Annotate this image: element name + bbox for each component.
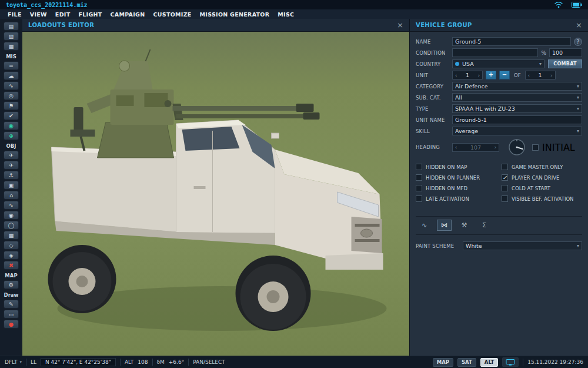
menu-misc[interactable]: MISC (273, 11, 298, 18)
checkbox-box[interactable]: ✓ (416, 164, 422, 170)
paint-scheme-value: White (466, 243, 577, 249)
category-dropdown[interactable]: Air Defence ▾ (452, 82, 582, 91)
orbit-icon[interactable]: ◇ (4, 241, 19, 250)
checkbox-box[interactable]: ✓ (502, 195, 508, 202)
map-layer-button[interactable]: MAP (433, 358, 453, 367)
spinner-prev-icon[interactable]: ‹ (528, 72, 530, 78)
add-unit-button[interactable]: + (486, 71, 496, 79)
map-settings-icon[interactable]: ⚙ (4, 280, 19, 289)
close-icon[interactable]: × (397, 21, 403, 29)
checkbox-cold-at-start[interactable]: ✓ COLD AT START (502, 185, 582, 191)
initial-checkbox[interactable]: ✓ (532, 144, 539, 151)
heading-dial[interactable] (507, 138, 526, 157)
paint-scheme-dropdown[interactable]: White ▾ (463, 241, 582, 250)
checkbox-box[interactable]: ✓ (416, 195, 422, 202)
unit-total-stepper[interactable]: ‹ 1 › (525, 71, 556, 79)
battery-icon (572, 2, 582, 8)
generator-icon[interactable]: ⊕ (4, 131, 19, 140)
zone-icon[interactable]: ◯ (4, 221, 19, 230)
checkbox-box[interactable]: ✓ (416, 185, 422, 191)
menu-file[interactable]: FILE (4, 11, 26, 18)
checkbox-box[interactable]: ✓ (416, 174, 422, 181)
checkbox-box[interactable]: ✓ (502, 185, 508, 191)
checkbox-label: LATE ACTIVATION (426, 196, 469, 202)
checkbox-game-master-only[interactable]: ✓ GAME MASTER ONLY (502, 164, 582, 170)
skill-dropdown[interactable]: Average ▾ (452, 127, 582, 135)
spinner-prev-icon[interactable]: ‹ (455, 72, 457, 78)
payload-tab[interactable]: ⋈ (437, 220, 452, 231)
frontline-icon[interactable]: ∿ (4, 201, 19, 210)
viewport-3d[interactable] (22, 32, 409, 356)
status-bar: DFLT ▾ LL N 42° 7'42", E 42°25'38" ALT 1… (0, 356, 588, 368)
coord-mode-label[interactable]: LL (31, 359, 36, 365)
template-icon[interactable]: ▦ (4, 231, 19, 240)
open-mission-icon[interactable]: ▧ (4, 32, 19, 41)
alt-layer-button[interactable]: ALT (480, 358, 498, 367)
pencil-icon[interactable]: ✎ (4, 300, 19, 309)
heading-stepper[interactable]: ‹ 107 › (452, 143, 499, 152)
group-name-input[interactable] (452, 37, 571, 46)
spinner-prev-icon[interactable]: ‹ (455, 144, 457, 150)
helicopter-icon[interactable]: ✈ (4, 161, 19, 170)
checkbox-visible-bef-activation[interactable]: ✓ VISIBLE BEF. ACTIVATION (502, 195, 582, 202)
probability-input[interactable] (549, 48, 582, 57)
close-icon[interactable]: × (576, 21, 582, 29)
subcategory-dropdown[interactable]: All ▾ (452, 93, 582, 102)
menu-mission-generator[interactable]: MISSION GENERATOR (196, 11, 274, 18)
profile-dropdown[interactable]: DFLT ▾ (5, 359, 22, 365)
menu-flight[interactable]: FLIGHT (74, 11, 106, 18)
country-dropdown[interactable]: USA ▾ (452, 59, 544, 68)
shape-icon[interactable]: ▭ (4, 310, 19, 319)
checkbox-box[interactable]: ✓ (502, 174, 508, 181)
name-label: NAME (416, 39, 452, 45)
heading-value: 107 (470, 144, 481, 151)
bullseye-icon[interactable]: ◎ (4, 91, 19, 100)
record-icon[interactable]: ● (4, 320, 19, 329)
checkbox-box[interactable]: ✓ (502, 164, 508, 170)
save-mission-icon[interactable]: ▦ (4, 42, 19, 51)
delete-icon[interactable]: ✖ (4, 261, 19, 270)
route-tool-icon[interactable]: ∿ (4, 81, 19, 90)
vehicle-icon[interactable]: ▣ (4, 181, 19, 190)
spinner-next-icon[interactable]: › (494, 144, 496, 150)
checkbox-hidden-on-map[interactable]: ✓ HIDDEN ON MAP (416, 164, 499, 170)
goal-icon[interactable]: ✔ (4, 111, 19, 120)
checkbox-hidden-on-mfd[interactable]: ✓ HIDDEN ON MFD (416, 185, 499, 191)
vehicle-group-header: VEHICLE GROUP × (410, 19, 588, 32)
flag-icon[interactable]: ⚑ (4, 101, 19, 110)
chevron-down-icon: ▾ (577, 128, 579, 134)
checkbox-player-can-drive[interactable]: ✓ PLAYER CAN DRIVE (502, 174, 582, 181)
help-button[interactable]: ? (574, 38, 582, 46)
briefing-icon[interactable]: ≡ (4, 61, 19, 70)
trigger-icon[interactable]: ◉ (4, 121, 19, 130)
remove-unit-button[interactable]: − (499, 71, 510, 79)
route-tab[interactable]: ∿ (417, 220, 432, 231)
checkbox-late-activation[interactable]: ✓ LATE ACTIVATION (416, 195, 499, 202)
menu-view[interactable]: VIEW (26, 11, 51, 18)
initial-point-icon[interactable]: ◈ (4, 251, 19, 260)
unit-label: UNIT (416, 72, 452, 78)
menu-campaign[interactable]: CAMPAIGN (106, 11, 149, 18)
effect-icon[interactable]: ◉ (4, 211, 19, 220)
type-dropdown[interactable]: SPAAA HL with ZU-23 ▾ (452, 104, 582, 113)
sat-layer-button[interactable]: SAT (457, 358, 476, 367)
combat-button[interactable]: COMBAT (548, 59, 582, 68)
menu-customize[interactable]: CUSTOMIZE (149, 11, 195, 18)
unit-count-stepper[interactable]: ‹ 1 › (452, 71, 483, 79)
checkbox-hidden-on-planner[interactable]: ✓ HIDDEN ON PLANNER (416, 174, 499, 181)
unit-name-input[interactable] (452, 115, 582, 124)
summary-tab[interactable]: Σ (477, 220, 492, 231)
weather-icon[interactable]: ☁ (4, 71, 19, 80)
coordinates-readout: N 42° 7'42", E 42°25'38" (41, 358, 116, 366)
spinner-next-icon[interactable]: › (550, 72, 553, 78)
screen-toggle-button[interactable] (502, 357, 519, 367)
ship-icon[interactable]: ⚓ (4, 171, 19, 180)
new-mission-icon[interactable]: ▤ (4, 22, 19, 31)
actions-tab[interactable]: ⚒ (457, 220, 472, 231)
mouse-mode-indicator: PAN/SELECT (193, 359, 225, 365)
static-object-icon[interactable]: ⌂ (4, 191, 19, 200)
menu-edit[interactable]: EDIT (51, 11, 75, 18)
spinner-next-icon[interactable]: › (477, 72, 480, 78)
airplane-icon[interactable]: ✈ (4, 151, 19, 160)
condition-input[interactable] (452, 48, 538, 57)
